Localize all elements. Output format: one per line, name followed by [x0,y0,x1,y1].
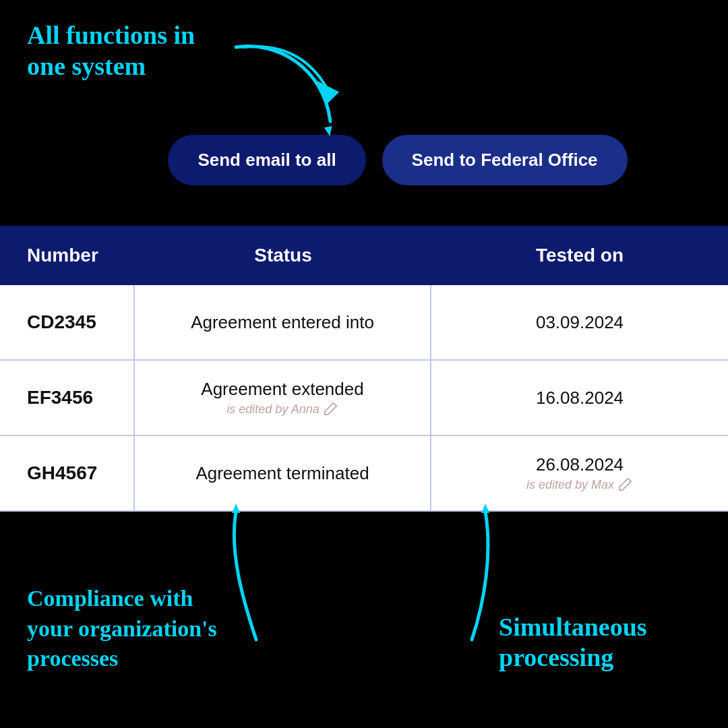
header-status: Status [135,226,431,285]
table-section: Number Status Tested on CD2345 Agreement… [0,226,728,512]
table-row: GH4567 Agreement terminated 26.08.2024 i… [0,436,728,512]
table-header: Number Status Tested on [0,226,728,285]
pencil-icon-row3 [618,477,633,491]
cell-status-2: Agreement extended is edited by Anna [135,361,431,435]
pencil-icon-row2 [324,401,338,416]
send-federal-button[interactable]: Send to Federal Office [382,135,628,185]
cell-tested-3-text: 26.08.2024 [536,454,624,475]
cell-status-2-text: Agreement extended [201,379,363,400]
cell-tested-2: 16.08.2024 [431,361,728,435]
svg-marker-1 [232,504,240,513]
table-row: CD2345 Agreement entered into 03.09.2024 [0,285,728,361]
annotation-bottom-right: Simultaneous processing [499,612,688,673]
svg-marker-0 [324,126,334,137]
annotation-bottom-left: Compliance with your organization's proc… [27,584,236,673]
edit-status-2-label: is edited by Anna [226,402,319,417]
edit-tested-3-row: is edited by Max [526,475,633,492]
cell-number-2: EF3456 [0,361,135,435]
cell-status-1: Agreement entered into [135,285,431,359]
cell-tested-1: 03.09.2024 [431,285,728,359]
svg-marker-2 [481,504,489,513]
bottom-section: Compliance with your organization's proc… [0,512,728,694]
cell-number-1: CD2345 [0,285,135,359]
top-section: All functions in one system Send email t… [0,0,728,226]
header-tested-on: Tested on [431,226,728,285]
cell-number-3: GH4567 [0,436,135,510]
table-row: EF3456 Agreement extended is edited by A… [0,361,728,436]
header-number: Number [0,226,135,285]
edit-status-2-row: is edited by Anna [226,400,338,417]
edit-tested-3-label: is edited by Max [526,478,614,492]
arrow-annotation-icon [195,27,364,148]
